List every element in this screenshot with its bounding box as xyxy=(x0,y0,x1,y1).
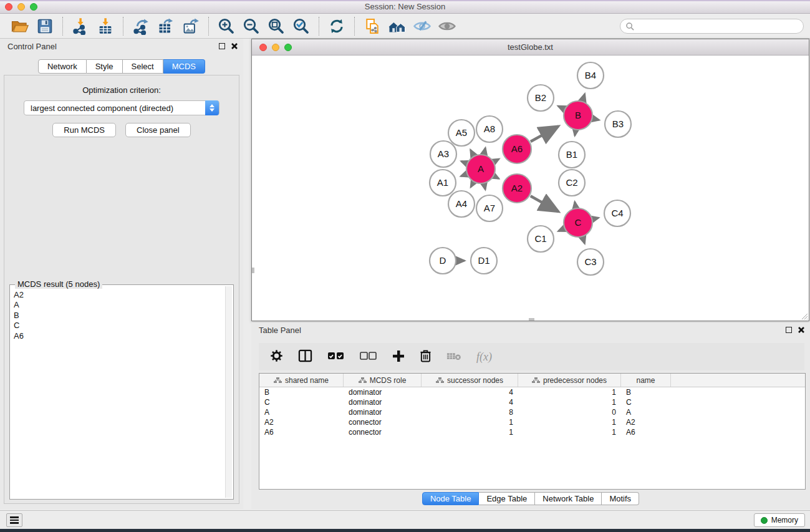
graph-edge-B-B2[interactable] xyxy=(558,106,564,109)
node-table[interactable]: shared nameMCDS rolesuccessor nodesprede… xyxy=(259,373,806,490)
table-row[interactable]: Cdominator41C xyxy=(259,397,805,407)
graph-edge-A-A2[interactable] xyxy=(494,177,499,179)
minimize-network-button[interactable] xyxy=(272,44,279,51)
column-header-name[interactable]: name xyxy=(621,374,671,387)
column-header-MCDS-role[interactable]: MCDS role xyxy=(344,374,422,387)
table-row[interactable]: A6connector11A6 xyxy=(259,427,805,437)
tab-select[interactable]: Select xyxy=(123,59,163,74)
horizontal-scroll-nub[interactable] xyxy=(529,318,534,321)
export-network-button[interactable] xyxy=(130,16,152,37)
home-layout-button[interactable] xyxy=(387,16,408,37)
run-mcds-button[interactable]: Run MCDS xyxy=(52,123,116,137)
graph-node-label: B1 xyxy=(566,149,577,160)
delete-entry-button[interactable] xyxy=(420,349,432,364)
graph-edge-B-B4[interactable] xyxy=(582,94,584,101)
export-image-button[interactable] xyxy=(180,16,201,37)
graph-edge-A-A4[interactable] xyxy=(471,183,473,187)
tab-edge-table[interactable]: Edge Table xyxy=(479,492,535,505)
graph-edge-A6-B[interactable] xyxy=(531,126,559,142)
select-all-button[interactable] xyxy=(327,352,345,362)
tab-style[interactable]: Style xyxy=(87,59,123,74)
table-cell: 0 xyxy=(518,408,621,417)
table-settings-button[interactable] xyxy=(270,349,283,364)
graph-edge-C-C3[interactable] xyxy=(583,238,585,244)
zoom-selected-icon xyxy=(292,17,311,36)
table-row[interactable]: Bdominator41B xyxy=(259,387,805,397)
import-network-button[interactable] xyxy=(70,16,91,37)
result-item[interactable]: A xyxy=(11,300,225,310)
close-table-panel-icon[interactable] xyxy=(798,326,805,334)
criterion-dropdown[interactable]: largest connected component (directed) xyxy=(24,100,219,115)
graph-edge-B-B1[interactable] xyxy=(575,131,576,136)
graph-edge-A-A3[interactable] xyxy=(461,162,466,163)
graph-edge-A-A5[interactable] xyxy=(471,150,474,155)
tab-motifs[interactable]: Motifs xyxy=(602,492,639,505)
close-window-button[interactable] xyxy=(5,3,12,11)
result-item[interactable]: C xyxy=(11,321,225,331)
table-row[interactable]: Adominator80A xyxy=(259,407,805,417)
refresh-view-button[interactable] xyxy=(326,16,347,37)
export-image-icon xyxy=(182,17,200,35)
network-canvas[interactable]: B4B2BB3A5A8A6B1A3AC2A1A2A4A7C4CC1C3DD1 xyxy=(252,56,809,321)
graph-node-label: A8 xyxy=(484,123,495,134)
float-panel-button[interactable] xyxy=(219,43,225,49)
graph-edge-C-C4[interactable] xyxy=(593,218,599,219)
column-header-successor-nodes[interactable]: successor nodes xyxy=(422,374,518,387)
result-scrollbar[interactable] xyxy=(225,286,232,498)
zoom-selected-button[interactable] xyxy=(291,16,312,37)
resize-grip[interactable] xyxy=(799,311,808,320)
hide-graphics-details-button[interactable] xyxy=(412,16,433,37)
table-cell: 4 xyxy=(422,398,518,407)
column-header-shared-name[interactable]: shared name xyxy=(259,374,344,387)
open-file-button[interactable] xyxy=(9,16,31,37)
deselect-all-button[interactable] xyxy=(360,352,377,362)
export-table-button[interactable] xyxy=(155,16,176,37)
table-row[interactable]: A2connector11A2 xyxy=(259,417,805,427)
zoom-network-button[interactable] xyxy=(284,44,292,51)
split-view-button[interactable] xyxy=(298,349,312,364)
result-item[interactable]: A2 xyxy=(11,290,225,300)
task-history-button[interactable] xyxy=(6,513,22,527)
graph-edge-A-A6[interactable] xyxy=(494,159,499,162)
function-builder-button[interactable]: f(x) xyxy=(476,351,492,364)
table-cell: A xyxy=(259,408,344,417)
graph-edge-A-A8[interactable] xyxy=(484,148,485,153)
graph-edge-B-B3[interactable] xyxy=(593,118,599,120)
hide-eye-icon xyxy=(413,17,432,36)
search-input[interactable] xyxy=(620,19,804,34)
minimize-window-button[interactable] xyxy=(17,3,25,11)
zoom-fit-button[interactable] xyxy=(266,16,287,37)
table-cell: 1 xyxy=(422,418,518,427)
add-entry-button[interactable] xyxy=(392,350,405,364)
memory-button[interactable]: Memory xyxy=(754,513,805,527)
tab-network[interactable]: Network xyxy=(38,59,87,74)
result-item[interactable]: B xyxy=(11,311,225,321)
zoom-in-button[interactable] xyxy=(216,16,237,37)
float-table-panel-button[interactable] xyxy=(786,327,792,333)
column-header-predecessor-nodes[interactable]: predecessor nodes xyxy=(518,374,621,387)
network-graph: B4B2BB3A5A8A6B1A3AC2A1A2A4A7C4CC1C3DD1 xyxy=(252,56,809,321)
close-panel-button[interactable]: Close panel xyxy=(125,123,191,137)
clone-network-button[interactable] xyxy=(362,16,383,37)
show-graphics-details-button[interactable] xyxy=(436,16,458,37)
tab-node-table[interactable]: Node Table xyxy=(422,492,480,505)
vertical-scroll-nub[interactable] xyxy=(252,268,254,273)
graph-edge-A2-C[interactable] xyxy=(531,196,559,211)
tab-network-table[interactable]: Network Table xyxy=(535,492,602,505)
graph-edge-C-C1[interactable] xyxy=(558,229,564,231)
delete-table-button[interactable] xyxy=(446,351,461,363)
graph-node-label: C2 xyxy=(566,177,577,188)
graph-edge-A-A7[interactable] xyxy=(484,184,485,189)
toolbar-separator xyxy=(354,17,355,36)
zoom-out-button[interactable] xyxy=(241,16,262,37)
zoom-window-button[interactable] xyxy=(30,3,37,11)
result-item[interactable]: A6 xyxy=(11,331,225,341)
show-eye-icon xyxy=(438,17,456,36)
save-session-button[interactable] xyxy=(34,16,55,37)
import-table-button[interactable] xyxy=(95,16,116,37)
close-panel-icon[interactable] xyxy=(231,42,238,50)
graph-edge-C-C2[interactable] xyxy=(575,202,576,208)
graph-edge-A-A1[interactable] xyxy=(461,174,466,176)
close-network-button[interactable] xyxy=(259,44,267,51)
tab-mcds[interactable]: MCDS xyxy=(163,59,205,74)
